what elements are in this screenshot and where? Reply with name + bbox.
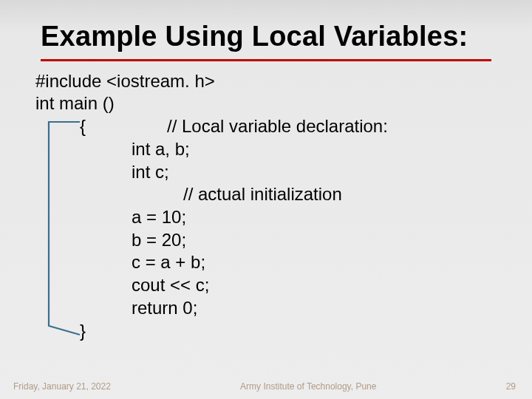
open-brace: { <box>35 116 86 136</box>
code-line: {// Local variable declaration: <box>35 115 532 138</box>
footer: Friday, January 21, 2022 Army Institute … <box>0 381 532 392</box>
slide-title: Example Using Local Variables: <box>41 21 491 58</box>
footer-org: Army Institute of Technology, Pune <box>111 381 506 392</box>
title-area: Example Using Local Variables: <box>0 0 532 61</box>
code-line: return 0; <box>35 297 532 320</box>
code-comment: // actual initialization <box>35 183 532 206</box>
code-line: int main () <box>35 92 532 115</box>
code-line: c = a + b; <box>35 251 532 274</box>
code-line: cout << c; <box>35 274 532 297</box>
footer-date: Friday, January 21, 2022 <box>0 381 111 392</box>
close-brace: } <box>35 320 532 343</box>
code-line: int c; <box>35 161 532 184</box>
code-line: b = 20; <box>35 229 532 252</box>
code-line: a = 10; <box>35 206 532 229</box>
code-comment: // Local variable declaration: <box>86 116 388 136</box>
footer-page-number: 29 <box>506 381 532 392</box>
code-block: #include <iostream. h> int main () {// L… <box>0 61 532 343</box>
code-line: #include <iostream. h> <box>35 70 532 93</box>
code-line: int a, b; <box>35 138 532 161</box>
